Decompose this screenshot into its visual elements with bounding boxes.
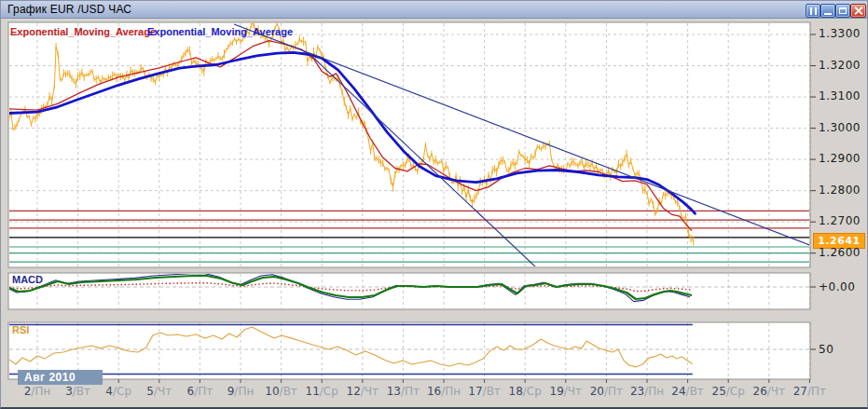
date-axis-label: 3/Вт [65,385,90,398]
price-axis-label: 1.3000 [819,121,861,134]
chart-window: График EUR /USD ЧАС Exponential_Moving_A… [0,0,868,409]
restore-button[interactable] [835,4,850,18]
restore-icon [839,7,847,14]
legend-ema-red[interactable]: Exponential_Moving_Average [10,26,156,37]
date-axis-label: 5/Чт [146,385,172,398]
date-axis-label: 18/Ср [509,385,542,398]
price-axis-label: 1.3200 [819,59,861,72]
date-axis-label: 26/Чт [753,385,786,398]
date-axis-label: 2/Пн [24,385,51,398]
rsi-panel-label: RSI [12,324,29,335]
date-axis-label: 20/Пт [590,385,623,398]
month-label: Авг 2010 [18,370,103,385]
date-axis-label: 17/Вт [468,385,501,398]
date-axis-label: 16/Пн [427,385,461,398]
legend-ema-blue[interactable]: Exponential_Moving_Average [147,26,293,37]
price-axis-label: 1.2800 [819,184,861,197]
date-axis-label: 12/Чт [347,385,379,398]
window-titlebar[interactable]: График EUR /USD ЧАС [1,1,867,19]
macd-panel-label: MACD [12,274,43,285]
macd-axis-label: +0.00 [819,280,855,293]
price-axis-label: 1.2900 [819,152,861,165]
date-axis-label: 11/Ср [306,385,338,398]
price-axis-label: 1.3300 [819,27,861,40]
pause-icon [810,7,817,15]
minimize-button[interactable] [820,4,835,18]
price-axis-label: 1.2600 [819,246,861,259]
date-axis-label: 10/Вт [265,385,297,398]
chart-canvas[interactable] [1,1,868,409]
price-axis-label: 1.2700 [819,214,861,227]
date-axis-label: 23/Пн [630,385,664,398]
close-button[interactable] [850,4,866,18]
rsi-axis-label: 50 [819,343,834,356]
date-axis-label: 19/Чт [550,385,583,398]
date-axis-label: 24/Вт [671,385,704,398]
minimize-icon [824,13,832,15]
split-window-button[interactable] [806,4,820,18]
date-axis-label: 9/Пн [227,385,255,398]
main-chart-plot[interactable] [8,22,810,267]
window-title: График EUR /USD ЧАС [7,3,131,16]
date-axis-label: 13/Пт [387,385,420,398]
date-axis-label: 4/Ср [105,385,131,398]
date-axis-label: 27/Пт [793,385,826,398]
date-axis-label: 25/Ср [712,385,745,398]
price-axis-label: 1.3100 [819,89,861,102]
close-icon [854,7,862,15]
date-axis-label: 6/Пт [187,385,214,398]
